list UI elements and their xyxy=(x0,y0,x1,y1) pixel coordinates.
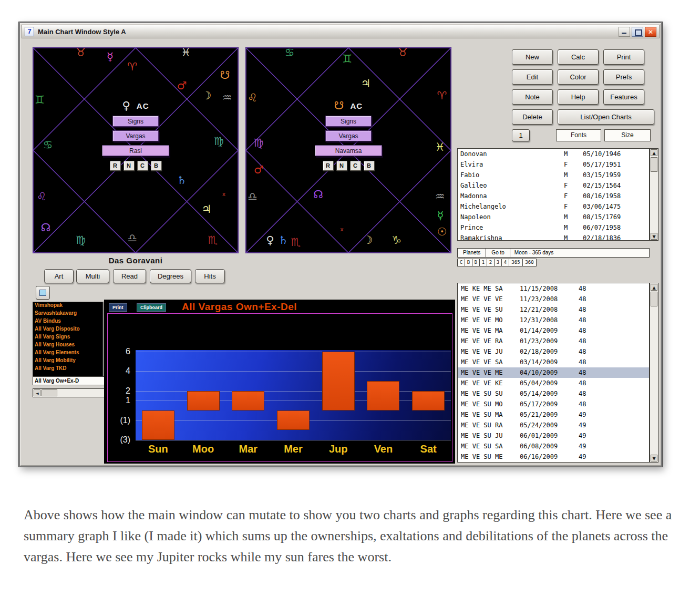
dasha-row[interactable]: ME VE SU JU06/01/200949 xyxy=(458,430,649,441)
dasha-row[interactable]: ME KE ME SA11/15/200848 xyxy=(458,283,649,294)
chart-style-button-b[interactable]: B xyxy=(364,161,375,171)
toolbar-button-color[interactable]: Color xyxy=(558,69,599,85)
mode-button-multi[interactable]: Multi xyxy=(76,269,109,283)
close-button[interactable]: ✕ xyxy=(645,27,656,37)
dasha-row[interactable]: ME VE VE SU12/21/200848 xyxy=(458,304,649,315)
toolbar-button-prefs[interactable]: Prefs xyxy=(603,69,644,85)
dasha-row[interactable]: ME VE VE ME04/10/200948 xyxy=(458,367,649,378)
scroll-down-icon[interactable]: ▼ xyxy=(651,455,657,461)
people-list[interactable]: DonovanM05/10/1946ElviraF05/17/1951Fabio… xyxy=(457,148,650,241)
dasha-row[interactable]: ME VE SU ME06/16/200949 xyxy=(458,451,649,462)
toolbar-button-edit[interactable]: Edit xyxy=(512,69,553,85)
scroll-thumb[interactable] xyxy=(651,157,657,172)
toolbar-button-calc[interactable]: Calc xyxy=(558,49,599,65)
swatch-toggle-button[interactable] xyxy=(36,286,50,300)
scroll-left-icon[interactable]: ◄ xyxy=(34,389,40,396)
vargas-button[interactable]: Vargas xyxy=(325,130,372,141)
dasha-row[interactable]: ME VE VE RA01/23/200948 xyxy=(458,336,649,346)
varga-list-item[interactable]: All Varg Signs xyxy=(33,334,102,342)
varga-list-item[interactable]: Sarvashtakavarg xyxy=(33,310,102,318)
chart-style-button-r[interactable]: R xyxy=(323,161,334,171)
chart-style-button-b[interactable]: B xyxy=(151,161,162,171)
mode-button-hits[interactable]: Hits xyxy=(195,269,225,283)
varga-horizontal-scrollbar[interactable]: ◄ ► xyxy=(33,388,112,397)
person-row[interactable]: FabioM03/15/1959 xyxy=(458,170,649,180)
mode-button-art[interactable]: Art xyxy=(44,269,74,283)
people-scrollbar[interactable]: ▲ ▼ xyxy=(650,148,658,241)
chart-style-button-n[interactable]: N xyxy=(336,161,347,171)
toolbar-button-new[interactable]: New xyxy=(512,49,553,65)
fonts-button[interactable]: Fonts xyxy=(556,129,601,141)
scroll-up-icon[interactable]: ▲ xyxy=(651,149,657,156)
person-row[interactable]: MichelangeloF03/06/1475 xyxy=(458,201,649,212)
dasha-list[interactable]: ME KE ME SA11/15/200848ME VE VE VE11/23/… xyxy=(457,283,650,463)
dasha-row[interactable]: ME VE VE VE11/23/200848 xyxy=(458,294,649,304)
one-button[interactable]: 1 xyxy=(512,129,530,141)
toolbar-button-features[interactable]: Features xyxy=(603,89,644,105)
transit-button-c[interactable]: C xyxy=(457,259,465,266)
person-row[interactable]: NapoleonM08/15/1769 xyxy=(458,212,649,222)
dasha-row[interactable]: ME VE SU MA05/21/200949 xyxy=(458,409,649,420)
clipboard-button[interactable]: Clipboard xyxy=(137,303,166,312)
transit-button-1[interactable]: 1 xyxy=(479,259,487,266)
toolbar-button-help[interactable]: Help xyxy=(558,89,599,105)
mode-button-read[interactable]: Read xyxy=(113,269,146,283)
chart-style-button-r[interactable]: R xyxy=(110,161,121,171)
window-titlebar[interactable]: 7 Main Chart Window Style A ✕ xyxy=(22,25,660,38)
mode-button-degrees[interactable]: Degrees xyxy=(150,269,191,283)
varga-list-item[interactable]: All Varg Houses xyxy=(33,342,102,350)
chart-style-button-c[interactable]: C xyxy=(350,161,361,171)
delete-button[interactable]: Delete xyxy=(512,109,553,125)
dasha-row[interactable]: ME VE VE SA03/14/200948 xyxy=(458,357,649,367)
person-row[interactable]: PrinceM06/07/1958 xyxy=(458,222,649,233)
transit-button-d[interactable]: D xyxy=(472,259,480,266)
dasha-row[interactable]: ME VE VE KE05/04/200948 xyxy=(458,378,649,388)
varga-list-item[interactable]: Vimshopak xyxy=(33,302,102,310)
signs-button[interactable]: Signs xyxy=(112,116,159,127)
scroll-thumb[interactable] xyxy=(42,389,57,396)
list-open-charts-button[interactable]: List/Open Charts xyxy=(558,109,654,125)
transit-button-360[interactable]: 360 xyxy=(522,259,537,266)
varga-list-item[interactable]: All Varg Mobility xyxy=(33,357,102,365)
minimize-button[interactable] xyxy=(619,27,630,37)
rasi-button[interactable]: Rasi xyxy=(102,145,169,156)
dasha-row[interactable]: ME VE VE MA01/14/200948 xyxy=(458,325,649,336)
transit-button-365[interactable]: 365 xyxy=(509,259,523,266)
dasha-row[interactable]: ME VE SU SA06/08/200949 xyxy=(458,441,649,451)
goto-button[interactable]: Go to xyxy=(486,249,510,257)
signs-button[interactable]: Signs xyxy=(325,116,372,127)
chart-style-button-c[interactable]: C xyxy=(137,161,148,171)
maximize-button[interactable] xyxy=(632,27,643,37)
person-row[interactable]: GalileoF02/15/1564 xyxy=(458,180,649,191)
person-row[interactable]: ElviraF05/17/1951 xyxy=(458,159,649,170)
person-row[interactable]: DonovanM05/10/1946 xyxy=(458,149,649,159)
varga-list-item[interactable]: AV Bindus xyxy=(33,318,102,326)
person-row[interactable]: RamakrishnaM02/18/1836 xyxy=(458,233,649,241)
navamsa-button[interactable]: Navamsa xyxy=(315,145,382,156)
person-row[interactable]: MadonnaF08/16/1958 xyxy=(458,191,649,201)
toolbar-button-note[interactable]: Note xyxy=(512,89,553,105)
transit-button-2[interactable]: 2 xyxy=(487,259,495,266)
dasha-row[interactable]: ME VE SU MO05/17/200948 xyxy=(458,399,649,409)
transit-button-b[interactable]: B xyxy=(465,259,472,266)
scroll-down-icon[interactable]: ▼ xyxy=(651,233,657,240)
dasha-row[interactable]: ME VE SU RA05/24/200949 xyxy=(458,420,649,430)
transit-button-4[interactable]: 4 xyxy=(501,259,509,266)
dasha-row[interactable]: ME VE VE MO12/31/200848 xyxy=(458,315,649,325)
scroll-thumb[interactable] xyxy=(651,292,657,306)
varga-list-item[interactable]: All Varg Elements xyxy=(33,350,102,357)
vargas-button[interactable]: Vargas xyxy=(112,130,159,141)
size-button[interactable]: Size xyxy=(604,129,651,141)
dasha-scrollbar[interactable]: ▲ ▼ xyxy=(650,283,658,463)
dasha-row[interactable]: ME VE SU SU05/14/200948 xyxy=(458,388,649,399)
toolbar-button-print[interactable]: Print xyxy=(603,49,644,65)
dasha-row[interactable]: ME VE VE JU02/18/200948 xyxy=(458,346,649,357)
chart-style-button-n[interactable]: N xyxy=(123,161,135,171)
varga-list[interactable]: VimshopakSarvashtakavargAV BindusAll Var… xyxy=(33,302,103,376)
varga-list-item[interactable]: All Varg Disposito xyxy=(33,326,102,334)
varga-dropdown[interactable]: All Varg Ow+Ex-D ▼ xyxy=(33,376,112,385)
planets-button[interactable]: Planets xyxy=(458,249,486,257)
varga-list-item[interactable]: All Varg TKD xyxy=(33,365,102,373)
scroll-up-icon[interactable]: ▲ xyxy=(651,284,657,291)
print-graph-button[interactable]: Print xyxy=(109,303,127,312)
